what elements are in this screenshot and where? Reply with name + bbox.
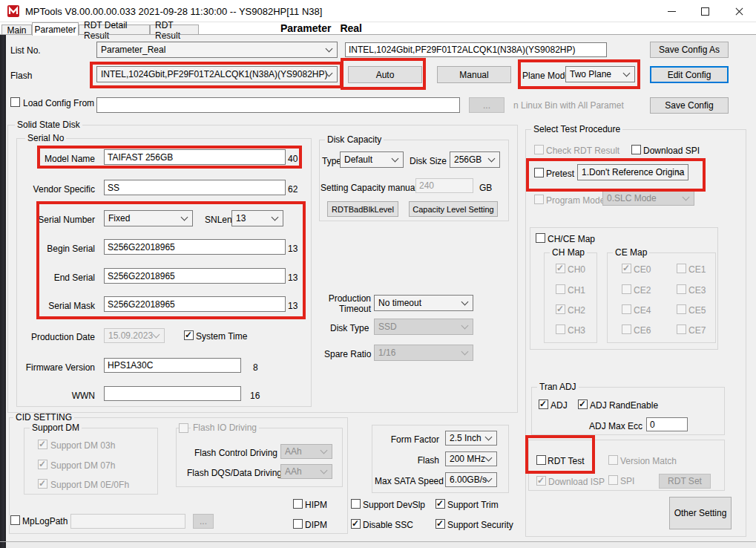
serial-mask-label: Serial Mask — [15, 301, 95, 311]
tab-main[interactable]: Main — [1, 25, 32, 35]
wwn-field[interactable] — [104, 386, 241, 401]
flash-speed-value: 200 MHz — [450, 454, 485, 464]
disable-ssc-checkbox[interactable] — [351, 519, 361, 529]
type-label: Type — [322, 156, 341, 166]
rdt-set-button[interactable]: RDT Set — [659, 474, 711, 489]
program-mode-select: 0.SLC Mode — [602, 191, 694, 206]
production-timeout-value: No timeout — [378, 298, 421, 308]
production-date-label: Production Date — [15, 332, 95, 342]
manual-button[interactable]: Manual — [437, 66, 511, 83]
begin-serial-field[interactable]: S256G22018965 — [104, 239, 286, 255]
edit-config-label: Edit Config — [668, 70, 711, 80]
serial-mask-field[interactable]: S256G22018965 — [104, 296, 286, 312]
auto-button[interactable]: Auto — [348, 66, 422, 83]
mplogpath-checkbox[interactable] — [10, 515, 20, 525]
max-sata-speed-select[interactable]: 6.00GB/s — [445, 472, 497, 487]
page-top-border — [0, 34, 756, 35]
edit-config-button[interactable]: Edit Config — [650, 66, 729, 83]
flash-select[interactable]: INTEL,1024Gbit,PF29F01T2ALCQK1(N38A)(YS9… — [96, 66, 338, 82]
program-mode-value: 0.SLC Mode — [607, 193, 657, 203]
tab-parameter-label: Parameter — [34, 25, 76, 35]
dipm-checkbox[interactable] — [293, 519, 303, 529]
form-factor-select[interactable]: 2.5 Inch — [445, 431, 497, 446]
system-time-checkbox[interactable] — [184, 330, 194, 340]
support-dm07-checkbox — [38, 460, 47, 469]
plane-mode-select[interactable]: Two Plane — [565, 66, 635, 82]
ce7-label: CE7 — [688, 325, 706, 336]
load-config-path-field[interactable] — [96, 97, 460, 113]
tab-parameter[interactable]: Parameter — [32, 22, 79, 36]
rdt-test-checkbox[interactable] — [536, 455, 546, 465]
support-dm-title: Support DM — [30, 423, 82, 433]
serial-number-select[interactable]: Fixed — [104, 210, 193, 226]
pretest-select[interactable]: 1.Don't Reference Origina — [577, 164, 688, 180]
save-config-as-label: Save Config As — [659, 45, 720, 55]
minimize-button[interactable] — [655, 0, 688, 22]
production-timeout-select[interactable]: No timeout — [374, 295, 473, 311]
type-value: Default — [344, 154, 372, 165]
vendor-specific-label: Vendor Specific — [15, 184, 95, 195]
support-dm03-checkbox — [38, 440, 47, 449]
spi-label: SPI — [620, 476, 634, 486]
load-config-from-checkbox[interactable] — [10, 97, 20, 107]
pretest-checkbox[interactable] — [534, 168, 544, 177]
ce2-label: CE2 — [634, 285, 651, 296]
disk-type-select: SSD — [374, 319, 473, 335]
save-config-button[interactable]: Save Config — [650, 97, 729, 114]
setting-capacity-field: 240 — [415, 178, 473, 193]
tab-rdt-detail-result[interactable]: RDT Detail Result — [79, 25, 150, 35]
flash-info-field[interactable]: INTEL,1024Gbit,PF29F01T2ALCQK1(N38A)(YS9… — [345, 42, 607, 57]
end-serial-field[interactable]: S256G22018965 — [104, 268, 286, 284]
max-sata-speed-value: 6.00GB/s — [450, 474, 487, 485]
hipm-label: HIPM — [305, 500, 327, 510]
program-mode-checkbox — [534, 195, 544, 204]
mplogpath-field[interactable] — [70, 514, 185, 529]
download-isp-checkbox — [536, 476, 546, 486]
adj-max-ecc-field[interactable]: 0 — [646, 417, 688, 431]
support-devslp-checkbox[interactable] — [351, 499, 361, 509]
ch1-label: CH1 — [568, 285, 585, 296]
flash-control-driving-select: AAh — [280, 444, 332, 459]
ce-map-title: CE Map — [613, 248, 649, 258]
vendor-specific-length: 62 — [288, 184, 298, 195]
adj-checkbox[interactable] — [539, 399, 548, 409]
disk-size-label: Disk Size — [410, 156, 447, 166]
hipm-checkbox[interactable] — [293, 499, 303, 509]
type-select[interactable]: Default — [340, 151, 404, 168]
firmware-version-label: Firmware Version — [15, 362, 95, 373]
vendor-specific-field[interactable]: SS — [104, 180, 286, 195]
ce5-label: CE5 — [688, 305, 706, 316]
close-button[interactable] — [722, 0, 756, 22]
save-config-as-button[interactable]: Save Config As — [650, 42, 729, 58]
browse-config-button[interactable]: ... — [469, 97, 504, 113]
download-spi-checkbox[interactable] — [631, 145, 641, 154]
support-trim-checkbox[interactable] — [435, 499, 445, 509]
capacity-level-setting-button[interactable]: Capacity Level Setting — [409, 201, 498, 217]
disk-size-select[interactable]: 256GB — [450, 151, 500, 168]
model-name-label: Model Name — [15, 154, 95, 164]
maximize-button[interactable] — [688, 0, 722, 22]
flash-speed-select[interactable]: 200 MHz — [445, 451, 497, 466]
plane-mode-label: Plane Mode — [522, 71, 570, 81]
ce1-label: CE1 — [688, 264, 706, 275]
chevron-down-icon — [326, 45, 333, 53]
ce6-checkbox — [622, 324, 631, 334]
mplogpath-browse-button[interactable]: ... — [193, 514, 214, 529]
check-rdt-result-checkbox — [534, 145, 544, 154]
other-setting-button[interactable]: Other Setting — [669, 497, 732, 529]
firmware-version-length: 8 — [253, 362, 258, 373]
flash-info-value: INTEL,1024Gbit,PF29F01T2ALCQK1(N38A)(YS9… — [349, 45, 575, 55]
tab-rdt-result[interactable]: RDT Result — [150, 25, 199, 35]
snlen-select[interactable]: 13 — [231, 210, 283, 226]
desktop-edge-strip — [0, 35, 6, 548]
chevron-down-icon — [623, 70, 631, 77]
support-security-checkbox[interactable] — [435, 519, 445, 529]
chevron-down-icon — [321, 467, 328, 474]
adj-randenable-checkbox[interactable] — [578, 399, 588, 409]
rdt-badblk-level-button[interactable]: RDTBadBlkLevel — [327, 201, 398, 217]
chce-map-checkbox[interactable] — [536, 233, 545, 243]
list-no-select[interactable]: Parameter_Real — [96, 42, 338, 58]
begin-serial-length: 13 — [288, 244, 298, 254]
model-name-field[interactable]: TAIFAST 256GB — [104, 149, 286, 165]
firmware-version-field[interactable]: HPS1A30C — [104, 358, 241, 373]
